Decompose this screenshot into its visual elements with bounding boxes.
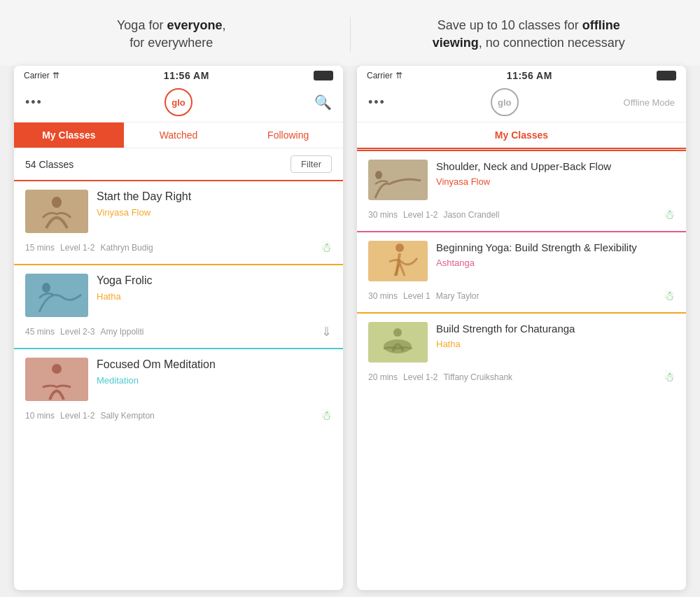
class-item-1[interactable]: Start the Day Right Vinyasa Flow 15 mins… <box>14 181 343 264</box>
class-duration-2: 45 mins <box>25 327 55 337</box>
class-item-3[interactable]: Focused Om Meditation Meditation 10 mins… <box>14 349 343 432</box>
right-class-title-3: Build Strength for Chaturanga <box>436 322 675 336</box>
right-class-instructor-1: Jason Crandell <box>443 210 499 220</box>
right-class-level-2: Level 1 <box>403 291 430 301</box>
right-class-level-3: Level 1-2 <box>403 372 438 382</box>
class-type-3: Meditation <box>97 375 332 386</box>
right-class-duration-3: 20 mins <box>368 372 398 382</box>
left-nav-bar: ••• glo 🔍 <box>14 84 343 122</box>
class-thumb-3 <box>25 358 88 401</box>
right-class-info-2: Beginning Yoga: Build Strength & Flexibi… <box>436 241 675 268</box>
svg-rect-0 <box>25 190 88 233</box>
tab-watched[interactable]: Watched <box>124 122 234 148</box>
right-class-meta-2: 30 mins Level 1 Mary Taylor ☃ <box>368 288 675 304</box>
right-class-item-3[interactable]: Build Strength for Chaturanga Hatha 20 m… <box>357 314 686 393</box>
class-item-2[interactable]: Yoga Frolic Hatha 45 mins Level 2-3 Amy … <box>14 265 343 348</box>
phones-container: Carrier ⇈ 11:56 AM ••• glo 🔍 My Classes … <box>0 66 700 597</box>
tab-following[interactable]: Following <box>233 122 343 148</box>
right-class-level-1: Level 1-2 <box>403 210 438 220</box>
left-status-left: Carrier ⇈ <box>24 71 59 80</box>
right-class-duration-1: 30 mins <box>368 210 398 220</box>
svg-point-7 <box>375 171 382 179</box>
class-instructor-1: Kathryn Budig <box>100 243 153 253</box>
right-download-icon-3[interactable]: ☃ <box>664 370 675 385</box>
right-class-type-1: Vinyasa Flow <box>436 176 675 187</box>
class-info-1: Start the Day Right Vinyasa Flow <box>97 190 332 218</box>
class-meta-2: 45 mins Level 2-3 Amy Ippoliti ⇓ <box>25 324 332 339</box>
right-download-icon-1[interactable]: ☃ <box>664 207 675 223</box>
class-instructor-2: Amy Ippoliti <box>100 327 144 337</box>
right-class-thumb-3 <box>368 322 428 363</box>
right-class-info-3: Build Strength for Chaturanga Hatha <box>436 322 675 349</box>
right-class-type-2: Ashtanga <box>436 258 675 268</box>
left-banner: Yoga for everyone,for everywhere <box>14 17 329 52</box>
svg-point-5 <box>52 364 62 374</box>
top-banners: Yoga for everyone,for everywhere Save up… <box>0 0 700 66</box>
tab-my-classes[interactable]: My Classes <box>14 122 124 148</box>
right-logo[interactable]: glo <box>491 88 519 116</box>
svg-point-3 <box>42 283 50 293</box>
class-title-1: Start the Day Right <box>97 190 332 204</box>
class-title-3: Focused Om Meditation <box>97 358 332 372</box>
right-class-type-3: Hatha <box>436 339 675 349</box>
tab-my-classes-right[interactable]: My Classes <box>357 122 686 149</box>
download-icon-1[interactable]: ☃ <box>321 240 332 255</box>
left-nav-dots[interactable]: ••• <box>25 95 43 110</box>
right-banner-bold: offlineviewing <box>433 18 620 50</box>
class-type-1: Vinyasa Flow <box>97 207 332 218</box>
right-wifi-icon: ⇈ <box>396 71 402 80</box>
right-tab-bar: My Classes <box>357 122 686 150</box>
class-level-2: Level 2-3 <box>60 327 94 337</box>
filter-button[interactable]: Filter <box>290 155 332 173</box>
left-phone: Carrier ⇈ 11:56 AM ••• glo 🔍 My Classes … <box>14 66 343 590</box>
classes-header: 54 Classes Filter <box>14 148 343 180</box>
download-icon-2[interactable]: ⇓ <box>321 324 332 339</box>
right-phone: Carrier ⇈ 11:56 AM ••• glo Offline Mode … <box>357 66 686 590</box>
right-banner: Save up to 10 classes for offlineviewing… <box>372 17 687 52</box>
right-class-instructor-3: Tiffany Cruikshank <box>443 372 512 382</box>
class-meta-1: 15 mins Level 1-2 Kathryn Budig ☃ <box>25 240 332 255</box>
right-class-title-1: Shoulder, Neck and Upper-Back Flow <box>436 160 675 174</box>
class-duration-1: 15 mins <box>25 243 55 253</box>
left-time: 11:56 AM <box>164 70 209 81</box>
class-meta-3: 10 mins Level 1-2 Sally Kempton ☃ <box>25 408 332 423</box>
right-class-thumb-1 <box>368 160 428 200</box>
right-classes-list: Shoulder, Neck and Upper-Back Flow Vinya… <box>357 150 686 590</box>
right-download-icon-2[interactable]: ☃ <box>664 288 675 304</box>
right-class-info-1: Shoulder, Neck and Upper-Back Flow Vinya… <box>436 160 675 187</box>
offline-mode-label: Offline Mode <box>624 97 675 108</box>
right-class-instructor-2: Mary Taylor <box>436 291 479 301</box>
left-wifi-icon: ⇈ <box>52 71 59 80</box>
svg-point-12 <box>393 328 402 337</box>
right-class-item-2[interactable]: Beginning Yoga: Build Strength & Flexibi… <box>357 232 686 312</box>
right-battery-icon <box>657 71 676 80</box>
right-carrier: Carrier <box>367 71 393 80</box>
right-nav-bar: ••• glo Offline Mode <box>357 84 686 122</box>
left-search-icon[interactable]: 🔍 <box>314 94 332 111</box>
right-class-thumb-2 <box>368 241 428 281</box>
svg-point-9 <box>396 244 404 252</box>
right-class-duration-2: 30 mins <box>368 291 398 301</box>
right-status-left: Carrier ⇈ <box>367 71 402 80</box>
left-banner-bold: everyone <box>167 18 222 32</box>
svg-point-11 <box>384 339 412 353</box>
left-carrier: Carrier <box>24 71 50 80</box>
right-class-meta-3: 20 mins Level 1-2 Tiffany Cruikshank ☃ <box>368 370 675 385</box>
class-duration-3: 10 mins <box>25 411 55 421</box>
right-class-item-1[interactable]: Shoulder, Neck and Upper-Back Flow Vinya… <box>357 151 686 231</box>
right-class-title-2: Beginning Yoga: Build Strength & Flexibi… <box>436 241 675 255</box>
classes-count: 54 Classes <box>25 159 74 170</box>
left-logo[interactable]: glo <box>164 88 192 116</box>
class-level-3: Level 1-2 <box>60 411 94 421</box>
right-status-bar: Carrier ⇈ 11:56 AM <box>357 66 686 84</box>
left-tab-bar: My Classes Watched Following <box>14 122 343 148</box>
class-thumb-1 <box>25 190 88 233</box>
left-classes-list: Start the Day Right Vinyasa Flow 15 mins… <box>14 180 343 590</box>
class-type-2: Hatha <box>97 291 332 302</box>
class-title-2: Yoga Frolic <box>97 274 332 288</box>
class-level-1: Level 1-2 <box>60 243 94 253</box>
left-battery-icon <box>314 71 333 80</box>
class-info-2: Yoga Frolic Hatha <box>97 274 332 302</box>
download-icon-3[interactable]: ☃ <box>321 408 332 423</box>
right-nav-dots[interactable]: ••• <box>368 95 386 110</box>
